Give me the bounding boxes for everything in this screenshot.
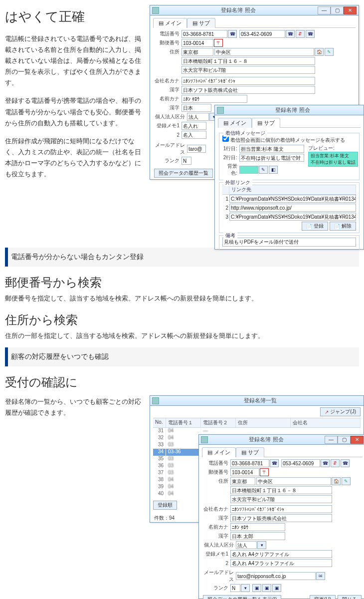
link3-input[interactable]: C:¥ProgramData¥NSS¥HSDoko19¥Data¥見積書¥R01…: [229, 213, 356, 221]
rank-icon[interactable]: ▣: [272, 584, 281, 592]
titlebar[interactable]: 登録名簿 照会 — ▢ ✕: [150, 5, 359, 15]
eraser-icon[interactable]: ◧: [269, 166, 278, 174]
class-select[interactable]: 法人: [187, 113, 209, 121]
addr-line2-input[interactable]: 日本橋蛎殻町１丁目１６－８: [182, 57, 315, 65]
phone-black-icon[interactable]: ☎: [341, 459, 350, 467]
company-kana-input[interactable]: ﾆﾎﾝｿﾌﾄﾊﾝﾊﾞｲｶﾌﾞｼｷｶﾞｲｼｬ: [230, 505, 332, 513]
eraser-icon[interactable]: ✎: [325, 48, 334, 56]
tab-sub[interactable]: ▤サブ: [187, 18, 215, 28]
label-bgcolor: 背景色:: [222, 163, 239, 177]
postal-mark-icon[interactable]: 〒: [214, 39, 223, 47]
company-kana-input[interactable]: ﾆﾎﾝｿﾌﾄﾊﾝﾊﾞｲｶﾌﾞｼｷｶﾞｲｼｬ: [182, 77, 315, 85]
swap-icon[interactable]: ⇵: [296, 30, 305, 38]
label-memo1: 登録メモ1: [203, 551, 230, 558]
header-addr[interactable]: 住所: [236, 418, 291, 427]
line2-input[interactable]: 不在時は折り返し電話で対応する: [239, 154, 304, 162]
maximize-button[interactable]: ▢: [338, 436, 351, 444]
titlebar[interactable]: 登録名簿一覧: [150, 396, 364, 406]
memo2-input[interactable]: 名入: [182, 131, 206, 139]
company-kanji-input[interactable]: 日本ソフト販売株式会社: [182, 86, 315, 94]
titlebar[interactable]: 登録名簿 照会: [215, 105, 364, 115]
class-select[interactable]: 法人: [236, 541, 257, 549]
app-icon: [152, 397, 159, 404]
memo1-input[interactable]: 名入れ A4クリアファイル: [230, 550, 332, 558]
jump-button[interactable]: ↗ジャンプ(J): [320, 407, 361, 416]
history-button[interactable]: 照会データの履歴一覧を表示(I): [203, 595, 281, 599]
minimize-button[interactable]: —: [325, 436, 338, 444]
name-kanji-input[interactable]: 日本: [182, 104, 211, 112]
sort-order-button[interactable]: 登録順: [153, 501, 177, 510]
close-button[interactable]: ✕: [351, 436, 364, 444]
addr-pref-input[interactable]: 東京都: [230, 477, 255, 485]
home-icon[interactable]: 🏠: [332, 477, 341, 485]
name-kanji-input[interactable]: 日本 太郎: [230, 532, 285, 540]
zip-input[interactable]: 103-0014: [230, 468, 259, 476]
mail-icon[interactable]: ✉: [316, 572, 325, 580]
header-no[interactable]: No.: [153, 418, 166, 427]
close-button-footer[interactable]: 閉じる: [338, 595, 362, 599]
tab-main[interactable]: ▤メイン: [202, 447, 236, 457]
company-kanji-input[interactable]: 日本ソフト販売株式会社: [230, 514, 332, 522]
home-icon[interactable]: 🏠: [315, 48, 324, 56]
rank-input[interactable]: N: [182, 157, 191, 165]
bgcolor-swatch[interactable]: [239, 166, 258, 174]
addr-ward-input[interactable]: 中央区: [214, 48, 314, 56]
tel2-input[interactable]: 053-452-0609: [239, 30, 285, 38]
zip-input[interactable]: 103-0014: [182, 39, 213, 47]
note-input[interactable]: 見積もりPDFをメール添付で送付: [222, 238, 356, 247]
section1-p3: 住所録作成が飛躍的に短時間になるだけでなく、入力ミスの防止や、表記の統一（社名を…: [5, 136, 145, 180]
addr-ward-input[interactable]: 中央区: [256, 477, 331, 485]
tel2-input[interactable]: 053-452-0609: [281, 459, 320, 467]
postal-mark-icon[interactable]: 〒: [260, 468, 269, 476]
swap-icon[interactable]: ⇵: [331, 459, 340, 467]
preview-label: プレビュー:: [308, 145, 358, 152]
phone-icon[interactable]: ☎: [321, 459, 330, 467]
label-company-kana: 会社名カナ: [154, 77, 182, 84]
addr-line2-input[interactable]: 日本橋蛎殻町１丁目１６－８: [230, 486, 332, 494]
rank-icon[interactable]: ▣: [252, 584, 261, 592]
maximize-button[interactable]: ▢: [331, 6, 344, 14]
header-tel2[interactable]: 電話番号２: [201, 418, 236, 427]
phone-icon[interactable]: ☎: [228, 30, 237, 38]
rank-input[interactable]: N: [230, 584, 240, 592]
window-title: 登録名簿 照会: [208, 436, 325, 443]
rank-icon[interactable]: ▣: [262, 584, 271, 592]
link1-input[interactable]: C:¥ProgramData¥NSS¥HSDoko19¥Data¥見積書¥R01…: [229, 195, 356, 203]
line1-input[interactable]: 担当営業:杉本 隆文: [239, 145, 304, 153]
mail-input[interactable]: taro@nipponsoft.co.jp: [236, 572, 316, 580]
tel1-input[interactable]: 03-3668-8781: [182, 30, 227, 38]
tel1-input[interactable]: 03-3668-8781: [230, 459, 269, 467]
change-button[interactable]: 変更(U): [310, 595, 336, 599]
tab-main[interactable]: ▤メイン: [153, 18, 187, 28]
mail-input[interactable]: taro@: [187, 145, 206, 153]
minimize-button[interactable]: —: [318, 6, 331, 14]
phone-black-icon[interactable]: ☎: [306, 30, 315, 38]
link-header: リンク先: [229, 185, 356, 194]
memo1-input[interactable]: 名入れ: [182, 122, 206, 130]
close-button[interactable]: ✕: [344, 6, 357, 14]
titlebar[interactable]: 登録名簿 照会 — ▢ ✕: [199, 435, 364, 445]
group-note: 備考: [223, 232, 237, 239]
pen-icon[interactable]: ✎: [259, 166, 268, 174]
phone-icon[interactable]: ☎: [270, 459, 279, 467]
tab-sub[interactable]: ▤サブ: [252, 118, 280, 128]
dropdown-icon[interactable]: ▾: [241, 584, 250, 592]
dropdown-icon[interactable]: ▾: [257, 541, 266, 549]
tab-main[interactable]: ▤メイン: [218, 118, 252, 128]
header-tel1[interactable]: 電話番号１: [166, 418, 201, 427]
history-button[interactable]: 照会データの履歴一覧: [154, 169, 213, 178]
label-line1: 1行目:: [222, 145, 239, 152]
memo2-input[interactable]: 名入れ A4フラットファイル: [230, 559, 332, 567]
release-button[interactable]: 📄解除: [330, 222, 356, 231]
register-button[interactable]: 📄登録: [302, 222, 328, 231]
addr-pref-input[interactable]: 東京都: [182, 48, 213, 56]
addr-line3-input[interactable]: 水天宮平和ビル7階: [230, 495, 332, 503]
tab-sub[interactable]: ▤サブ: [236, 447, 264, 457]
addr-line3-input[interactable]: 水天宮平和ビル7階: [182, 66, 315, 74]
name-kana-input[interactable]: ﾆﾎﾝ ﾀﾛｳ: [182, 95, 247, 103]
name-kana-input[interactable]: ﾆﾎﾝ ﾀﾛｳ: [230, 523, 285, 531]
eraser-icon[interactable]: ✎: [342, 477, 351, 485]
link2-input[interactable]: http://www.nipponsoft.co.jp/: [229, 204, 356, 212]
phone-icon[interactable]: ☎: [286, 30, 295, 38]
header-company[interactable]: 会社名: [291, 418, 361, 427]
